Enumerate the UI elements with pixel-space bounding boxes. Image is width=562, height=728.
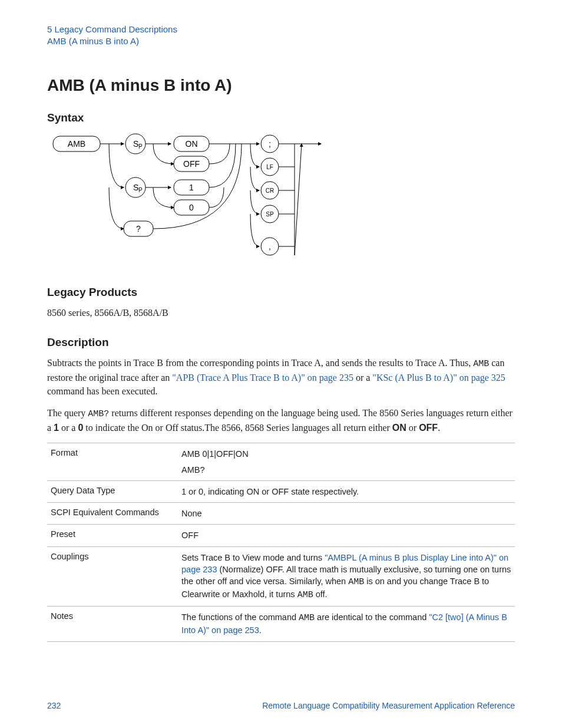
desc-on: ON	[392, 423, 406, 433]
desc-p2-or1: or a	[59, 423, 78, 433]
diagram-amb: AMB	[68, 139, 85, 149]
diagram-lf: LF	[266, 164, 273, 170]
page-title: AMB (A minus B into A)	[47, 76, 515, 95]
header-chapter: 5 Legacy Command Descriptions	[47, 24, 515, 35]
book-title: Remote Language Compatibility Measuremen…	[262, 701, 515, 710]
table-row: Notes The functions of the command AMB a…	[47, 607, 515, 641]
coup-m1: AMB	[348, 577, 364, 587]
table-row: Preset OFF	[47, 525, 515, 546]
table-row: SCPI Equivalent Commands None	[47, 503, 515, 525]
desc-p2-mid2: to indicate the On or Off status.The 856…	[83, 423, 392, 433]
coup-tail: off.	[313, 589, 328, 599]
notes-pre: The functions of the command	[181, 612, 299, 622]
legacy-products-text: 8560 series, 8566A/B, 8568A/B	[47, 306, 515, 319]
desc-p2-tail: .	[438, 423, 440, 433]
link-apb-a[interactable]: "APB (Trace A Plus Trace B to A)" on	[172, 373, 319, 383]
table-row: Format AMB 0|1|OFF|ON AMB?	[47, 443, 515, 481]
desc-b1: 1	[54, 423, 59, 433]
row-notes-value: The functions of the command AMB are ide…	[178, 607, 515, 641]
row-querytype-value: 1 or 0, indicating ON or OFF state respe…	[178, 480, 515, 502]
page-number: 232	[47, 701, 61, 710]
description-paragraph-1: Subtracts the points in Trace B from the…	[47, 356, 515, 398]
format-line1: AMB 0|1|OFF|ON	[181, 448, 511, 460]
diagram-on: ON	[186, 139, 198, 149]
row-couplings-value: Sets Trace B to View mode and turns "AMB…	[178, 546, 515, 607]
legacy-products-heading: Legacy Products	[47, 286, 515, 299]
desc-p2-pre: The query	[47, 408, 88, 418]
coup-m2: AMB	[297, 590, 313, 600]
diagram-semi: ;	[269, 139, 271, 149]
link-ksc[interactable]: "KSc (A Plus B to A)" on page 325	[372, 373, 505, 383]
details-table: Format AMB 0|1|OFF|ON AMB? Query Data Ty…	[47, 443, 515, 641]
diagram-zero: 0	[189, 203, 194, 212]
header-topic: AMB (A minus B into A)	[47, 35, 515, 47]
link-ambpl-b[interactable]: page 233	[181, 565, 217, 574]
format-line2: AMB?	[181, 464, 511, 476]
desc-off: OFF	[419, 423, 438, 433]
desc-p2-ambq: AMB?	[88, 409, 109, 419]
syntax-diagram: AMB S P ON ; OFF S P	[47, 131, 515, 269]
desc-p1-amb: AMB	[473, 359, 489, 369]
description-heading: Description	[47, 336, 515, 349]
notes-mid1: are identical to the command	[315, 612, 429, 622]
link-c2-a[interactable]: "C2 [two] (A Minus B	[429, 612, 507, 622]
desc-p1-pre: Subtracts the points in Trace B from the…	[47, 358, 473, 368]
description-paragraph-2: The query AMB? returns different respons…	[47, 406, 515, 434]
diagram-sp1-p: P	[138, 143, 143, 150]
desc-p1-join: or a	[353, 373, 372, 383]
table-row: Couplings Sets Trace B to View mode and …	[47, 546, 515, 607]
diagram-sp1-s: S	[133, 139, 138, 149]
diagram-cr: CR	[266, 187, 274, 194]
table-row: Query Data Type 1 or 0, indicating ON or…	[47, 480, 515, 502]
row-querytype-label: Query Data Type	[47, 480, 178, 502]
link-c2-b[interactable]: Into A)" on page 253	[181, 625, 259, 635]
row-preset-label: Preset	[47, 525, 178, 546]
row-couplings-label: Couplings	[47, 546, 178, 607]
desc-p2-or2: or	[406, 423, 419, 433]
row-preset-value: OFF	[178, 525, 515, 546]
row-format-value: AMB 0|1|OFF|ON AMB?	[178, 443, 515, 481]
page-header: 5 Legacy Command Descriptions AMB (A min…	[47, 24, 515, 47]
coup-pre: Sets Trace B to View mode and turns	[181, 553, 325, 562]
row-scpi-label: SCPI Equivalent Commands	[47, 503, 178, 525]
diagram-sp-term: SP	[266, 211, 274, 218]
diagram-question: ?	[136, 224, 141, 233]
link-ambpl-a[interactable]: "AMBPL (A minus B plus Display Line into…	[325, 553, 508, 562]
notes-tail: .	[259, 625, 262, 635]
diagram-sp2-s: S	[133, 183, 138, 192]
diagram-one: 1	[189, 183, 194, 192]
diagram-sp2-p: P	[138, 187, 143, 193]
row-scpi-value: None	[178, 503, 515, 525]
desc-p1-tail: command has been executed.	[47, 386, 157, 396]
syntax-heading: Syntax	[47, 111, 515, 124]
row-notes-label: Notes	[47, 607, 178, 641]
page-footer: 232 Remote Language Compatibility Measur…	[47, 701, 515, 710]
notes-m1: AMB	[299, 613, 315, 623]
row-format-label: Format	[47, 443, 178, 481]
diagram-comma: ,	[269, 242, 271, 251]
link-apb-b[interactable]: page 235	[319, 373, 353, 383]
diagram-off: OFF	[183, 159, 200, 169]
